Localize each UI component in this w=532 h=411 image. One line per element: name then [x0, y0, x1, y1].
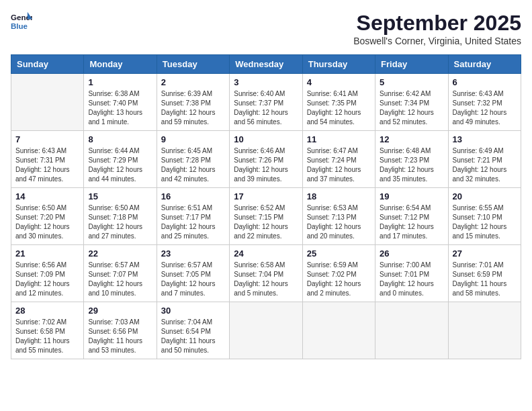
col-header-friday: Friday: [375, 55, 448, 74]
day-number: 9: [161, 134, 225, 144]
calendar-cell: 23Sunrise: 6:57 AMSunset: 7:05 PMDayligh…: [157, 245, 229, 302]
calendar-cell: 9Sunrise: 6:45 AMSunset: 7:28 PMDaylight…: [157, 131, 229, 188]
week-row-5: 28Sunrise: 7:02 AMSunset: 6:58 PMDayligh…: [11, 302, 521, 359]
day-number: 25: [307, 248, 371, 259]
day-info: Sunrise: 7:01 AMSunset: 6:59 PMDaylight:…: [453, 261, 517, 298]
day-info: Sunrise: 6:44 AMSunset: 7:29 PMDaylight:…: [88, 146, 152, 184]
day-info: Sunrise: 7:03 AMSunset: 6:56 PMDaylight:…: [88, 318, 152, 355]
calendar-cell: 28Sunrise: 7:02 AMSunset: 6:58 PMDayligh…: [11, 302, 84, 359]
calendar-cell: 2Sunrise: 6:39 AMSunset: 7:38 PMDaylight…: [157, 74, 229, 131]
calendar-cell: 3Sunrise: 6:40 AMSunset: 7:37 PMDaylight…: [230, 74, 302, 131]
week-row-4: 21Sunrise: 6:56 AMSunset: 7:09 PMDayligh…: [11, 245, 521, 302]
col-header-wednesday: Wednesday: [230, 55, 302, 74]
day-info: Sunrise: 6:46 AMSunset: 7:26 PMDaylight:…: [234, 146, 298, 184]
calendar-cell: [448, 302, 521, 359]
day-info: Sunrise: 6:51 AMSunset: 7:17 PMDaylight:…: [161, 203, 225, 241]
week-row-2: 7Sunrise: 6:43 AMSunset: 7:31 PMDaylight…: [11, 131, 521, 188]
day-number: 28: [15, 306, 79, 316]
day-number: 19: [380, 191, 443, 201]
day-info: Sunrise: 6:54 AMSunset: 7:12 PMDaylight:…: [380, 203, 443, 241]
day-info: Sunrise: 6:50 AMSunset: 7:18 PMDaylight:…: [88, 203, 152, 241]
svg-text:Blue: Blue: [11, 22, 28, 30]
calendar-cell: 13Sunrise: 6:49 AMSunset: 7:21 PMDayligh…: [448, 131, 521, 188]
month-title: September 2025: [353, 11, 521, 36]
day-info: Sunrise: 6:42 AMSunset: 7:34 PMDaylight:…: [380, 89, 443, 127]
day-info: Sunrise: 6:40 AMSunset: 7:37 PMDaylight:…: [234, 89, 298, 127]
day-info: Sunrise: 6:59 AMSunset: 7:02 PMDaylight:…: [307, 261, 371, 298]
day-number: 6: [453, 77, 517, 87]
calendar-cell: 7Sunrise: 6:43 AMSunset: 7:31 PMDaylight…: [11, 131, 84, 188]
calendar-cell: 12Sunrise: 6:48 AMSunset: 7:23 PMDayligh…: [375, 131, 448, 188]
col-header-thursday: Thursday: [302, 55, 375, 74]
calendar-cell: [375, 302, 448, 359]
calendar-cell: [11, 74, 84, 131]
col-header-monday: Monday: [84, 55, 157, 74]
day-info: Sunrise: 6:38 AMSunset: 7:40 PMDaylight:…: [88, 89, 152, 127]
day-number: 12: [380, 134, 443, 144]
day-number: 22: [88, 248, 152, 259]
day-number: 27: [453, 248, 517, 259]
day-info: Sunrise: 7:04 AMSunset: 6:54 PMDaylight:…: [161, 318, 225, 355]
page-header: General Blue September 2025 Boswell's Co…: [11, 11, 521, 46]
calendar-cell: 26Sunrise: 7:00 AMSunset: 7:01 PMDayligh…: [375, 245, 448, 302]
calendar-cell: 20Sunrise: 6:55 AMSunset: 7:10 PMDayligh…: [448, 188, 521, 245]
day-info: Sunrise: 6:47 AMSunset: 7:24 PMDaylight:…: [307, 146, 371, 184]
day-info: Sunrise: 6:43 AMSunset: 7:32 PMDaylight:…: [453, 89, 517, 127]
day-info: Sunrise: 6:52 AMSunset: 7:15 PMDaylight:…: [234, 203, 298, 241]
calendar-cell: 4Sunrise: 6:41 AMSunset: 7:35 PMDaylight…: [302, 74, 375, 131]
day-number: 16: [161, 191, 225, 201]
calendar-cell: [302, 302, 375, 359]
day-number: 3: [234, 77, 298, 87]
day-info: Sunrise: 6:39 AMSunset: 7:38 PMDaylight:…: [161, 89, 225, 127]
day-number: 11: [307, 134, 371, 144]
calendar-cell: 1Sunrise: 6:38 AMSunset: 7:40 PMDaylight…: [84, 74, 157, 131]
location-title: Boswell's Corner, Virginia, United State…: [353, 36, 521, 46]
calendar-cell: 21Sunrise: 6:56 AMSunset: 7:09 PMDayligh…: [11, 245, 84, 302]
day-info: Sunrise: 7:02 AMSunset: 6:58 PMDaylight:…: [15, 318, 79, 355]
calendar-cell: [230, 302, 302, 359]
day-number: 14: [15, 191, 79, 201]
day-info: Sunrise: 6:55 AMSunset: 7:10 PMDaylight:…: [453, 203, 517, 241]
calendar-cell: 6Sunrise: 6:43 AMSunset: 7:32 PMDaylight…: [448, 74, 521, 131]
day-info: Sunrise: 6:43 AMSunset: 7:31 PMDaylight:…: [15, 146, 79, 184]
day-number: 7: [15, 134, 79, 144]
calendar-cell: 8Sunrise: 6:44 AMSunset: 7:29 PMDaylight…: [84, 131, 157, 188]
calendar-cell: 10Sunrise: 6:46 AMSunset: 7:26 PMDayligh…: [230, 131, 302, 188]
day-info: Sunrise: 6:50 AMSunset: 7:20 PMDaylight:…: [15, 203, 79, 241]
day-info: Sunrise: 6:56 AMSunset: 7:09 PMDaylight:…: [15, 261, 79, 298]
week-row-3: 14Sunrise: 6:50 AMSunset: 7:20 PMDayligh…: [11, 188, 521, 245]
calendar-cell: 11Sunrise: 6:47 AMSunset: 7:24 PMDayligh…: [302, 131, 375, 188]
calendar-cell: 29Sunrise: 7:03 AMSunset: 6:56 PMDayligh…: [84, 302, 157, 359]
day-number: 20: [453, 191, 517, 201]
calendar-cell: 19Sunrise: 6:54 AMSunset: 7:12 PMDayligh…: [375, 188, 448, 245]
logo: General Blue: [11, 11, 32, 32]
day-number: 17: [234, 191, 298, 201]
day-info: Sunrise: 6:48 AMSunset: 7:23 PMDaylight:…: [380, 146, 443, 184]
calendar-table: SundayMondayTuesdayWednesdayThursdayFrid…: [11, 54, 521, 359]
day-number: 29: [88, 306, 152, 316]
day-info: Sunrise: 7:00 AMSunset: 7:01 PMDaylight:…: [380, 261, 443, 298]
calendar-cell: 5Sunrise: 6:42 AMSunset: 7:34 PMDaylight…: [375, 74, 448, 131]
day-number: 1: [88, 77, 152, 87]
day-number: 26: [380, 248, 443, 259]
day-number: 4: [307, 77, 371, 87]
day-number: 2: [161, 77, 225, 87]
calendar-cell: 15Sunrise: 6:50 AMSunset: 7:18 PMDayligh…: [84, 188, 157, 245]
day-info: Sunrise: 6:41 AMSunset: 7:35 PMDaylight:…: [307, 89, 371, 127]
calendar-cell: 14Sunrise: 6:50 AMSunset: 7:20 PMDayligh…: [11, 188, 84, 245]
day-number: 21: [15, 248, 79, 259]
calendar-cell: 17Sunrise: 6:52 AMSunset: 7:15 PMDayligh…: [230, 188, 302, 245]
week-row-1: 1Sunrise: 6:38 AMSunset: 7:40 PMDaylight…: [11, 74, 521, 131]
day-number: 15: [88, 191, 152, 201]
calendar-cell: 27Sunrise: 7:01 AMSunset: 6:59 PMDayligh…: [448, 245, 521, 302]
day-number: 23: [161, 248, 225, 259]
day-number: 10: [234, 134, 298, 144]
logo-icon: General Blue: [11, 11, 32, 32]
col-header-tuesday: Tuesday: [157, 55, 229, 74]
day-number: 5: [380, 77, 443, 87]
title-block: September 2025 Boswell's Corner, Virgini…: [353, 11, 521, 46]
day-info: Sunrise: 6:49 AMSunset: 7:21 PMDaylight:…: [453, 146, 517, 184]
day-number: 30: [161, 306, 225, 316]
calendar-cell: 18Sunrise: 6:53 AMSunset: 7:13 PMDayligh…: [302, 188, 375, 245]
day-info: Sunrise: 6:53 AMSunset: 7:13 PMDaylight:…: [307, 203, 371, 241]
